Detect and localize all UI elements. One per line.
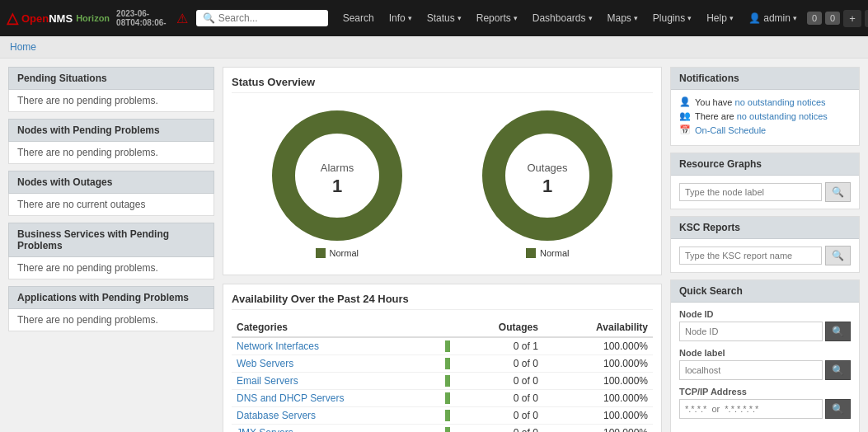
notif-item-3: 📅 On-Call Schedule xyxy=(679,124,851,135)
outages-cell: 0 of 0 xyxy=(455,373,543,390)
category-cell: Email Servers xyxy=(232,373,440,390)
node-label-field: Node label 🔍 xyxy=(679,348,851,380)
tcp-ip-input-row: 🔍 xyxy=(679,399,851,419)
col-outages: Outages xyxy=(455,318,543,337)
outages-donut-container: Outages 1 Normal xyxy=(481,110,613,258)
tcp-ip-search-button[interactable]: 🔍 xyxy=(825,399,851,419)
col-availability: Availability xyxy=(543,318,653,337)
global-search-bar[interactable]: 🔍 xyxy=(196,10,328,26)
business-services-header: Business Services with Pending Problems xyxy=(8,223,214,257)
availability-cell: 100.000% xyxy=(543,337,653,355)
availability-bar xyxy=(445,392,450,404)
alarms-donut-svg: Alarms 1 xyxy=(271,110,403,242)
settings-button[interactable]: ⚙ xyxy=(865,10,868,27)
navbar: △ OpenNMS Horizon 2023-06-08T04:08:06- ⚠… xyxy=(0,0,868,36)
outages-cell: 0 of 0 xyxy=(455,390,543,407)
notif-item-1: 👤 You have no outstanding notices xyxy=(679,96,851,107)
quick-search-body: Node ID 🔍 Node label 🔍 TCP/IP Address xyxy=(671,303,859,432)
category-cell: Network Interfaces xyxy=(232,337,440,355)
svg-text:Alarms: Alarms xyxy=(321,162,354,174)
svg-text:Outages: Outages xyxy=(528,162,569,174)
alarms-legend-swatch xyxy=(316,248,326,258)
nav-right: 0 0 + ⚙ xyxy=(807,10,868,27)
table-row: Email Servers 0 of 0 100.000% xyxy=(232,373,653,390)
availability-cell: 100.000% xyxy=(543,355,653,373)
bar-cell xyxy=(440,407,455,425)
category-link[interactable]: Database Servers xyxy=(237,410,316,421)
badge-notifications: 0 xyxy=(807,12,822,25)
category-link[interactable]: Web Servers xyxy=(237,358,293,369)
maps-caret: ▾ xyxy=(634,14,638,22)
nav-plugins[interactable]: Plugins ▾ xyxy=(646,9,698,27)
sidebar-item-business-services: Business Services with Pending Problems … xyxy=(8,223,214,281)
bar-cell xyxy=(440,373,455,390)
ksc-reports-input-row: 🔍 xyxy=(679,246,851,265)
pending-situations-header: Pending Situations xyxy=(8,67,214,90)
nav-search[interactable]: Search xyxy=(336,9,381,27)
category-link[interactable]: DNS and DHCP Servers xyxy=(237,392,345,404)
table-row: Network Interfaces 0 of 1 100.000% xyxy=(232,337,653,355)
global-search-input[interactable] xyxy=(218,12,326,24)
notif-text-1: You have no outstanding notices xyxy=(695,97,826,107)
table-row: Web Servers 0 of 0 100.000% xyxy=(232,355,653,373)
calendar-icon: 📅 xyxy=(679,124,691,135)
svg-text:1: 1 xyxy=(542,176,552,196)
category-link[interactable]: Email Servers xyxy=(237,375,298,387)
availability-bar xyxy=(445,375,450,387)
availability-bar xyxy=(445,410,450,421)
availability-cell: 100.000% xyxy=(543,373,653,390)
category-link[interactable]: JMX Servers xyxy=(237,427,293,432)
nav-admin[interactable]: 👤 admin ▾ xyxy=(742,9,804,27)
table-row: JMX Servers 0 of 0 100.000% xyxy=(232,425,653,433)
availability-cell: 100.000% xyxy=(543,425,653,433)
sidebar: Pending Situations There are no pending … xyxy=(8,67,214,432)
breadcrumb-home[interactable]: Home xyxy=(10,41,36,53)
node-label-input[interactable] xyxy=(679,360,823,380)
category-link[interactable]: Network Interfaces xyxy=(237,340,319,352)
ksc-reports-section: KSC Reports 🔍 xyxy=(670,216,860,273)
ksc-reports-input[interactable] xyxy=(679,247,822,265)
right-panel: Notifications 👤 You have no outstanding … xyxy=(670,67,860,432)
nav-info[interactable]: Info ▾ xyxy=(382,9,419,27)
applications-header: Applications with Pending Problems xyxy=(8,286,214,309)
notif-text-3: On-Call Schedule xyxy=(695,125,766,135)
brand-date: 2023-06-08T04:08:06- xyxy=(116,9,167,27)
notif-link-1[interactable]: no outstanding notices xyxy=(735,97,826,107)
nav-status[interactable]: Status ▾ xyxy=(420,9,468,27)
notif-link-3[interactable]: On-Call Schedule xyxy=(695,125,766,135)
sidebar-item-nodes-outages: Nodes with Outages There are no current … xyxy=(8,171,214,218)
nav-help[interactable]: Help ▾ xyxy=(700,9,740,27)
nav-reports[interactable]: Reports ▾ xyxy=(470,9,524,27)
node-label-label: Node label xyxy=(679,348,851,358)
resource-graphs-section: Resource Graphs 🔍 xyxy=(670,153,860,209)
reports-caret: ▾ xyxy=(514,14,518,22)
add-button[interactable]: + xyxy=(843,10,861,27)
node-id-input[interactable] xyxy=(679,322,823,341)
availability-table: Categories Outages Availability Network … xyxy=(232,318,653,432)
notif-link-2[interactable]: no outstanding notices xyxy=(737,111,828,121)
business-services-body: There are no pending problems. xyxy=(8,257,214,279)
availability-bar xyxy=(445,427,450,432)
ksc-reports-search-button[interactable]: 🔍 xyxy=(825,246,851,265)
resource-graphs-input[interactable] xyxy=(679,183,822,201)
node-id-search-button[interactable]: 🔍 xyxy=(825,322,851,341)
nav-maps[interactable]: Maps ▾ xyxy=(601,9,645,27)
notifications-section: Notifications 👤 You have no outstanding … xyxy=(670,67,860,146)
node-id-field: Node ID 🔍 xyxy=(679,309,851,341)
nodes-pending-body: There are no pending problems. xyxy=(8,142,214,164)
node-id-label: Node ID xyxy=(679,309,851,319)
node-label-search-button[interactable]: 🔍 xyxy=(825,360,851,380)
nav-links: Search Info ▾ Status ▾ Reports ▾ Dashboa… xyxy=(336,9,804,27)
resource-graphs-search-button[interactable]: 🔍 xyxy=(825,182,851,202)
availability-bar xyxy=(445,358,450,369)
nav-dashboards[interactable]: Dashboards ▾ xyxy=(526,9,599,27)
resource-graphs-header: Resource Graphs xyxy=(671,153,859,176)
main-layout: Pending Situations There are no pending … xyxy=(0,59,868,432)
alarm-icon: ⚠ xyxy=(176,11,188,26)
nodes-pending-header: Nodes with Pending Problems xyxy=(8,119,214,142)
plugins-caret: ▾ xyxy=(687,14,692,22)
tcp-ip-input[interactable] xyxy=(679,399,823,419)
search-magnifier-icon: 🔍 xyxy=(203,12,215,24)
badge-alarms: 0 xyxy=(825,12,840,25)
node-label-input-row: 🔍 xyxy=(679,360,851,380)
